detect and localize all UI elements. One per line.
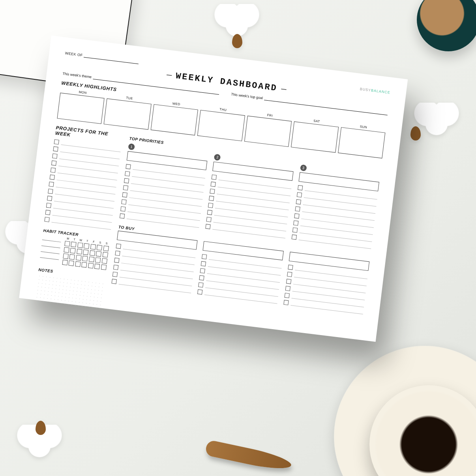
checkbox-icon[interactable] — [114, 258, 119, 263]
checkbox-icon[interactable] — [201, 261, 206, 266]
checkbox-icon[interactable] — [285, 286, 290, 291]
checkbox-icon[interactable] — [211, 182, 216, 187]
prop-coffee-cup — [369, 385, 476, 476]
day-box[interactable] — [151, 104, 199, 135]
checkbox-icon[interactable] — [283, 300, 289, 305]
checkbox-icon[interactable] — [291, 234, 296, 240]
habit-day-label: T — [84, 239, 90, 243]
checkbox-icon[interactable] — [212, 174, 217, 180]
checkbox-icon[interactable] — [120, 206, 126, 212]
checkbox-icon[interactable] — [296, 199, 301, 204]
checkbox-icon[interactable] — [295, 206, 300, 212]
habit-checkbox[interactable] — [64, 247, 69, 253]
checkbox-icon[interactable] — [124, 178, 129, 183]
checkbox-icon[interactable] — [44, 217, 49, 222]
habit-checkbox[interactable] — [75, 261, 81, 267]
habit-checkbox[interactable] — [101, 258, 107, 264]
habit-checkbox[interactable] — [70, 248, 76, 253]
checkbox-icon[interactable] — [206, 224, 211, 229]
habit-checkbox[interactable] — [64, 241, 70, 246]
checkbox-icon[interactable] — [199, 275, 204, 280]
habit-checkbox[interactable] — [103, 245, 109, 251]
checkbox-icon[interactable] — [197, 289, 202, 294]
checkbox-icon[interactable] — [125, 171, 130, 176]
habit-checkbox[interactable] — [95, 257, 101, 263]
checkbox-icon[interactable] — [112, 279, 117, 284]
checkbox-icon[interactable] — [113, 265, 118, 270]
checkbox-icon[interactable] — [120, 214, 125, 219]
checkbox-icon[interactable] — [294, 213, 299, 218]
checkbox-icon[interactable] — [288, 264, 293, 270]
checkbox-icon[interactable] — [51, 167, 56, 172]
habit-day-label: F — [91, 240, 96, 244]
habit-checkbox[interactable] — [62, 260, 67, 265]
notes-area[interactable] — [35, 274, 105, 309]
theme-label: This week's theme — [62, 71, 92, 79]
checkbox-icon[interactable] — [123, 185, 128, 190]
checkbox-icon[interactable] — [210, 189, 215, 194]
day-box[interactable] — [104, 98, 152, 129]
day-box[interactable] — [197, 110, 245, 141]
prop-spoon — [204, 440, 293, 473]
habit-checkbox[interactable] — [96, 251, 101, 257]
habit-checkbox[interactable] — [77, 242, 83, 248]
checkbox-icon[interactable] — [48, 189, 53, 194]
checkbox-icon[interactable] — [287, 272, 292, 277]
habit-checkbox[interactable] — [71, 242, 77, 247]
habit-day-label: M — [65, 237, 71, 240]
checkbox-icon[interactable] — [121, 199, 126, 204]
checkbox-icon[interactable] — [206, 217, 212, 222]
day-box[interactable] — [57, 93, 105, 124]
checkbox-icon[interactable] — [53, 146, 58, 152]
checkbox-icon[interactable] — [115, 251, 120, 256]
checkbox-icon[interactable] — [45, 210, 51, 215]
checkbox-icon[interactable] — [202, 254, 207, 259]
habit-checkbox[interactable] — [88, 263, 94, 268]
checkbox-icon[interactable] — [122, 192, 127, 197]
checkbox-icon[interactable] — [298, 185, 303, 190]
checkbox-icon[interactable] — [207, 210, 212, 215]
habit-checkbox[interactable] — [102, 252, 108, 257]
checkbox-icon[interactable] — [47, 196, 52, 201]
habit-checkbox[interactable] — [77, 249, 82, 254]
day-box[interactable] — [338, 127, 386, 158]
day-box[interactable] — [291, 122, 339, 153]
checkbox-icon[interactable] — [292, 227, 298, 232]
checkbox-icon[interactable] — [198, 282, 203, 287]
habit-checkbox[interactable] — [94, 264, 100, 269]
checkbox-icon[interactable] — [293, 220, 298, 225]
checkbox-icon[interactable] — [208, 203, 213, 208]
checkbox-icon[interactable] — [286, 279, 291, 284]
habit-checkbox[interactable] — [97, 245, 102, 250]
habit-day-label: S — [97, 241, 103, 244]
checkbox-icon[interactable] — [54, 139, 59, 144]
checkbox-icon[interactable] — [51, 161, 56, 166]
checkbox-icon[interactable] — [296, 192, 302, 197]
habit-checkbox[interactable] — [69, 254, 75, 260]
habit-checkbox[interactable] — [82, 256, 88, 261]
checkbox-icon[interactable] — [200, 268, 205, 273]
habit-checkbox[interactable] — [90, 250, 95, 256]
checkbox-icon[interactable] — [46, 203, 51, 208]
habit-checkbox[interactable] — [101, 264, 106, 270]
prop-cotton — [16, 425, 63, 460]
checkbox-icon[interactable] — [126, 164, 131, 169]
checkbox-icon[interactable] — [116, 244, 121, 249]
habit-checkbox[interactable] — [69, 260, 74, 266]
priority-number-badge: 1 — [128, 143, 135, 150]
day-box[interactable] — [244, 116, 292, 147]
habit-checkbox[interactable] — [63, 253, 68, 259]
habit-checkbox[interactable] — [84, 243, 89, 249]
habit-checkbox[interactable] — [83, 249, 88, 255]
checkbox-icon[interactable] — [50, 174, 55, 180]
checkbox-icon[interactable] — [112, 272, 118, 277]
habit-checkbox[interactable] — [81, 262, 87, 268]
checkbox-icon[interactable] — [49, 182, 54, 187]
habit-checkbox[interactable] — [89, 257, 94, 262]
brand-logo: BUSYBALANCE — [360, 87, 390, 94]
habit-checkbox[interactable] — [76, 255, 81, 260]
habit-checkbox[interactable] — [90, 244, 96, 249]
checkbox-icon[interactable] — [209, 196, 214, 201]
checkbox-icon[interactable] — [52, 154, 57, 159]
checkbox-icon[interactable] — [284, 293, 289, 298]
